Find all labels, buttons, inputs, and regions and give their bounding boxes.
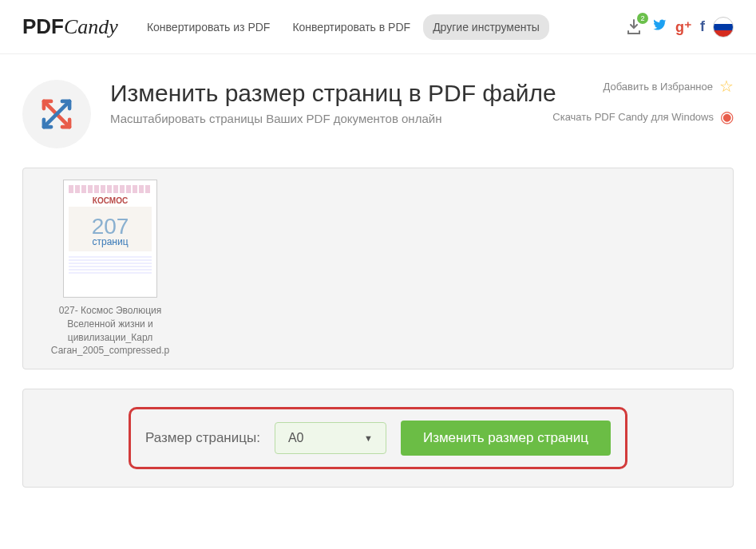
logo-right: Candy: [64, 15, 118, 38]
file-thumbnail: КОСМОС 207 страниц: [63, 180, 157, 298]
header: PDFCandy Конвертировать из PDF Конвертир…: [0, 0, 756, 54]
page-size-value: A0: [288, 431, 304, 445]
page-header: Изменить размер страниц в PDF файле Масш…: [22, 54, 734, 168]
nav-convert-from-pdf[interactable]: Конвертировать из PDF: [137, 14, 280, 40]
google-plus-icon[interactable]: g⁺: [675, 18, 692, 36]
nav-other-tools[interactable]: Другие инструменты: [423, 14, 549, 40]
logo[interactable]: PDFCandy: [22, 14, 118, 39]
resize-arrows-icon: [38, 96, 75, 132]
twitter-icon[interactable]: [651, 17, 667, 37]
side-actions: Добавить в Избранное ☆ Скачать PDF Candy…: [552, 77, 734, 137]
page-count-label: страниц: [92, 236, 129, 247]
facebook-icon[interactable]: f: [700, 18, 705, 35]
thumb-doc-title: КОСМОС: [69, 196, 152, 205]
logo-left: PDF: [22, 14, 64, 38]
file-name: 027- Космос Эволюция Вселенной жизни и ц…: [34, 304, 186, 357]
language-flag-icon[interactable]: [713, 17, 734, 38]
add-favorite-link[interactable]: Добавить в Избранное ☆: [552, 77, 734, 96]
thumb-footer-decor: [69, 256, 152, 274]
add-favorite-label: Добавить в Избранное: [604, 81, 713, 93]
download-app-label: Скачать PDF Candy для Windows: [552, 111, 714, 123]
thumb-header-decor: [69, 185, 152, 193]
page-size-select[interactable]: A0 ▼: [275, 422, 386, 454]
file-card[interactable]: КОСМОС 207 страниц 027- Космос Эволюция …: [34, 180, 186, 357]
chevron-down-icon: ▼: [364, 433, 373, 443]
tool-icon: [22, 80, 91, 148]
main-nav: Конвертировать из PDF Конвертировать в P…: [137, 14, 549, 40]
main-content: Изменить размер страниц в PDF файле Масш…: [0, 54, 756, 488]
nav-convert-to-pdf[interactable]: Конвертировать в PDF: [283, 14, 420, 40]
controls-highlight: Размер страницы: A0 ▼ Изменить размер ст…: [129, 407, 627, 469]
page-size-label: Размер страницы:: [145, 430, 260, 446]
resize-button[interactable]: Изменить размер страниц: [401, 421, 611, 456]
files-panel: КОСМОС 207 страниц 027- Космос Эволюция …: [22, 168, 734, 369]
page-count-overlay: 207 страниц: [92, 214, 129, 247]
spiral-icon: ◉: [720, 107, 734, 126]
download-icon[interactable]: 2: [624, 18, 643, 37]
controls-panel: Размер страницы: A0 ▼ Изменить размер ст…: [22, 389, 734, 488]
download-app-link[interactable]: Скачать PDF Candy для Windows ◉: [552, 107, 734, 126]
download-badge: 2: [637, 13, 648, 24]
header-right: 2 g⁺ f: [624, 17, 734, 38]
star-icon: ☆: [719, 77, 734, 96]
